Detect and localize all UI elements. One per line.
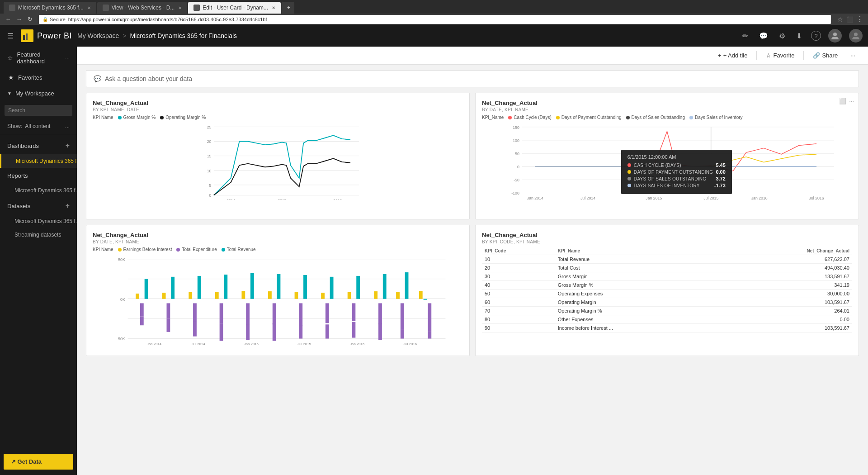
- svg-rect-96: [326, 324, 329, 338]
- tile-2-legend-payment-label: Days of Payment Outstanding: [561, 115, 622, 120]
- table-cell-code: 50: [482, 290, 555, 298]
- settings-icon[interactable]: ⚙: [777, 30, 787, 42]
- sidebar-subitem-report-1[interactable]: Microsoft Dynamics 365 f...: [0, 184, 77, 197]
- svg-text:Jul 2016: Jul 2016: [809, 196, 824, 200]
- datasets-add-btn[interactable]: +: [66, 202, 70, 210]
- main-layout: ☆ Featured dashboard ··· ★ Favorites ▼ M…: [0, 47, 868, 475]
- svg-rect-78: [352, 303, 356, 321]
- more-btn[interactable]: ···: [847, 50, 859, 61]
- sidebar-item-featured[interactable]: ☆ Featured dashboard ···: [0, 47, 77, 69]
- tile-3-chart: 50K 0K -50K Jan 2014 Jul 2014 Jan 20: [93, 255, 463, 347]
- sidebar-datasets-header[interactable]: Datasets +: [0, 197, 77, 214]
- svg-text:0: 0: [517, 165, 519, 169]
- sidebar-show-section[interactable]: Show: All content ...: [0, 119, 77, 133]
- tooltip-title: 6/1/2015 12:00:00 AM: [627, 154, 726, 160]
- tab-4-label: +: [287, 5, 290, 11]
- svg-text:Jul 2015: Jul 2015: [703, 196, 718, 200]
- workspace-chevron: ▼: [7, 91, 12, 96]
- ask-question-bar[interactable]: 💬 Ask a question about your data: [86, 70, 859, 87]
- tile-2-legend-payment-dot: [556, 116, 560, 119]
- download-icon[interactable]: ⬇: [794, 30, 804, 42]
- tile-2-expand-btn[interactable]: ⬜: [839, 98, 846, 104]
- help-icon[interactable]: ?: [811, 31, 821, 41]
- show-more[interactable]: ...: [65, 123, 70, 129]
- svg-text:10: 10: [207, 169, 212, 173]
- menu-btn[interactable]: ⋮: [855, 15, 864, 24]
- tile-3-legend: KPI Name Earnings Before Interest Total …: [93, 247, 463, 252]
- tab-3-favicon: [193, 5, 200, 11]
- svg-text:-100: -100: [511, 191, 519, 195]
- sidebar-subitem-dataset-2[interactable]: Streaming datasets: [0, 228, 77, 242]
- svg-rect-64: [224, 275, 227, 299]
- sidebar-subitem-dashboard-1[interactable]: Microsoft Dynamics 365 f...: [0, 154, 77, 168]
- favorite-btn[interactable]: ☆ Favorite: [762, 50, 798, 61]
- tab-4[interactable]: +: [282, 2, 294, 14]
- table-cell-name: Total Revenue: [555, 255, 721, 264]
- svg-text:50: 50: [515, 152, 519, 156]
- svg-rect-68: [268, 291, 272, 299]
- svg-rect-61: [198, 276, 201, 299]
- bookmark-star[interactable]: ☆: [837, 16, 843, 23]
- tile-2-title: Net_Change_Actual: [482, 100, 852, 106]
- svg-rect-62: [215, 292, 219, 299]
- comment-icon[interactable]: 💬: [757, 30, 770, 42]
- hamburger-menu[interactable]: ☰: [5, 30, 15, 42]
- tile-4-subtitle: BY KPI_CODE, KPI_NAME: [482, 239, 852, 244]
- featured-more[interactable]: ···: [65, 55, 70, 61]
- user-avatar-header[interactable]: [828, 29, 842, 43]
- svg-rect-53: [136, 294, 139, 299]
- table-cell-value: 0.00: [721, 315, 852, 324]
- secure-icon: 🔒: [42, 17, 48, 22]
- tooltip-dot-1: [627, 163, 631, 167]
- nav-back-btn[interactable]: ←: [4, 15, 13, 24]
- user-avatar-2[interactable]: [849, 29, 863, 43]
- tab-3[interactable]: Edit - User Card - Dynam... ✕: [188, 2, 281, 14]
- tab-3-close[interactable]: ✕: [272, 5, 275, 10]
- sidebar-dashboards-header[interactable]: Dashboards +: [0, 137, 77, 154]
- tooltip-label-2: DAYS OF PAYMENT OUTSTANDING: [634, 170, 713, 175]
- table-cell-value: 341.19: [721, 281, 852, 290]
- dashboard-grid: Net_Change_Actual BY KPI_NAME, DATE KPI …: [77, 87, 868, 475]
- extensions-icon[interactable]: ⬛: [847, 16, 854, 23]
- svg-text:Jan 2014: Jan 2014: [147, 342, 162, 346]
- nav-forward-btn[interactable]: →: [14, 15, 24, 24]
- tile-2-more-btn[interactable]: ···: [849, 98, 854, 104]
- address-bar[interactable]: 🔒 Secure https://app.powerbi.com/groups/…: [39, 15, 831, 24]
- svg-rect-60: [193, 303, 197, 321]
- nav-refresh-btn[interactable]: ↻: [25, 15, 34, 24]
- tile-3-legend-kpiname: KPI Name: [93, 247, 113, 252]
- tooltip-val-2: 0.00: [716, 169, 725, 175]
- svg-rect-100: [428, 332, 431, 339]
- tile-3-legend-earnings-label: Earnings Before Interest: [123, 247, 172, 252]
- sidebar-item-favorites[interactable]: ★ Favorites: [0, 69, 77, 86]
- tile-3-legend-kpiname-label: KPI Name: [93, 247, 113, 252]
- sidebar-reports-header[interactable]: Reports: [0, 168, 77, 184]
- dashboards-add-btn[interactable]: +: [66, 142, 70, 150]
- sidebar-my-workspace[interactable]: ▼ My Workspace: [0, 86, 77, 101]
- sidebar-subitem-dataset-1[interactable]: Microsoft Dynamics 365 f...: [0, 214, 77, 228]
- table-cell-name: Other Expenses: [555, 315, 721, 324]
- table-row: 80 Other Expenses 0.00: [482, 315, 852, 324]
- tab-1[interactable]: Microsoft Dynamics 365 f... ✕: [4, 2, 96, 14]
- search-input[interactable]: [5, 105, 72, 116]
- svg-rect-55: [145, 279, 148, 299]
- show-label: Show:: [7, 123, 22, 129]
- dataset-2-label: Streaming datasets: [14, 232, 61, 238]
- add-tile-btn[interactable]: + + Add tile: [714, 50, 751, 61]
- tile-3: Net_Change_Actual BY DATE, KPI_NAME KPI …: [86, 225, 470, 356]
- share-btn[interactable]: 🔗 Share: [809, 50, 841, 61]
- sidebar-my-workspace-label: My Workspace: [15, 90, 54, 97]
- svg-text:15: 15: [207, 154, 212, 158]
- tab-2[interactable]: View - Web Services - D... ✕: [97, 2, 188, 14]
- more-icon: ···: [850, 52, 855, 59]
- tab-2-close[interactable]: ✕: [178, 5, 182, 10]
- tab-1-close[interactable]: ✕: [87, 5, 91, 10]
- breadcrumb-workspace[interactable]: My Workspace: [77, 32, 119, 39]
- table-cell-code: 60: [482, 298, 555, 307]
- tooltip-dot-4: [627, 184, 631, 187]
- col-header-value: Net_Change_Actual: [721, 247, 852, 255]
- table-cell-value: 627,622.07: [721, 255, 852, 264]
- table-row: 60 Operating Margin 103,591.67: [482, 298, 852, 307]
- get-data-button[interactable]: ↗ Get Data: [4, 454, 73, 470]
- edit-icon[interactable]: ✏: [741, 30, 750, 42]
